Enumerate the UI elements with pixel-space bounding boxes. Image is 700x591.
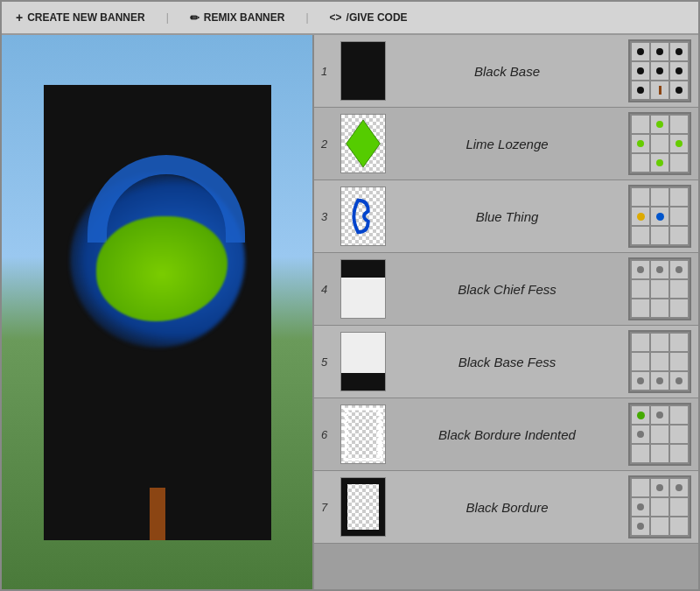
layer-name: Black Base Fess bbox=[393, 355, 621, 369]
give-code-button[interactable]: <> /GIVE CODE bbox=[326, 10, 411, 25]
layer-recipe bbox=[628, 112, 691, 175]
layer-thumbnail bbox=[340, 114, 386, 173]
layer-number: 6 bbox=[321, 428, 333, 441]
black-dye-icon bbox=[637, 48, 644, 55]
remix-banner-label: REMIX BANNER bbox=[204, 11, 285, 24]
recipe-cell bbox=[670, 498, 688, 516]
blue-thing-svg bbox=[341, 186, 385, 246]
plus-icon: + bbox=[16, 11, 23, 25]
chief-fess-thumb bbox=[341, 260, 385, 318]
lime-dye-icon bbox=[637, 140, 644, 147]
svg-marker-0 bbox=[346, 120, 380, 167]
grey-icon bbox=[676, 377, 682, 384]
grey-icon bbox=[676, 266, 682, 273]
layer-number: 7 bbox=[321, 501, 333, 514]
recipe-cell bbox=[651, 227, 668, 244]
black-dye-icon bbox=[637, 87, 644, 94]
recipe-cell bbox=[651, 517, 668, 535]
recipe-cell bbox=[651, 406, 668, 424]
recipe-cell bbox=[670, 154, 688, 172]
layer-name: Lime Lozenge bbox=[393, 137, 621, 151]
layer-recipe bbox=[628, 403, 691, 466]
pencil-icon: ✏ bbox=[190, 11, 200, 25]
black-dye-icon bbox=[656, 48, 663, 55]
recipe-cell bbox=[651, 426, 668, 443]
recipe-cell bbox=[670, 406, 688, 424]
grey-icon bbox=[637, 377, 644, 384]
banner-stick bbox=[150, 488, 165, 540]
recipe-cell bbox=[651, 353, 668, 370]
recipe-cell bbox=[651, 334, 668, 351]
recipe-cell bbox=[632, 43, 649, 60]
main-area: 1 Black Base bbox=[2, 35, 698, 589]
recipe-cell bbox=[670, 372, 688, 390]
recipe-cell bbox=[632, 261, 649, 278]
recipe-cell bbox=[632, 299, 649, 317]
recipe-cell bbox=[651, 81, 668, 99]
blue-dye-icon bbox=[656, 213, 664, 221]
recipe-cell bbox=[670, 517, 688, 535]
black-dye-icon bbox=[676, 87, 682, 94]
recipe-cell bbox=[670, 261, 688, 278]
recipe-cell bbox=[670, 479, 688, 496]
layer-recipe bbox=[628, 39, 691, 102]
recipe-cell bbox=[651, 498, 668, 516]
recipe-cell bbox=[651, 154, 668, 172]
recipe-cell bbox=[670, 445, 688, 462]
black-dye-icon bbox=[676, 67, 682, 74]
remix-banner-button[interactable]: ✏ REMIX BANNER bbox=[186, 10, 289, 26]
layer-number: 1 bbox=[321, 65, 333, 78]
layer-row[interactable]: 4 Black Chief Fess bbox=[314, 253, 698, 326]
layer-row[interactable]: 2 Lime Lozenge bbox=[314, 108, 698, 180]
layer-thumbnail bbox=[340, 477, 386, 537]
recipe-cell bbox=[632, 188, 649, 206]
grey-icon bbox=[656, 266, 663, 273]
recipe-cell bbox=[651, 208, 668, 225]
black-dye-icon bbox=[656, 67, 663, 74]
recipe-cell bbox=[670, 135, 688, 152]
yellow-dye-icon bbox=[637, 213, 645, 221]
recipe-cell bbox=[670, 188, 688, 206]
layer-number: 3 bbox=[321, 210, 333, 223]
grey-icon bbox=[637, 431, 644, 438]
layer-name: Black Bordure bbox=[393, 500, 621, 515]
grey-icon bbox=[637, 523, 644, 530]
recipe-cell bbox=[651, 43, 668, 60]
recipe-cell bbox=[670, 280, 688, 298]
grey-icon bbox=[637, 503, 644, 510]
layer-thumbnail bbox=[340, 332, 386, 391]
stick-icon bbox=[659, 86, 662, 95]
layer-row[interactable]: 7 Black Bordure bbox=[314, 471, 698, 544]
layers-panel[interactable]: 1 Black Base bbox=[312, 35, 698, 589]
layer-row[interactable]: 3 Blue Thing bbox=[314, 180, 698, 253]
recipe-cell bbox=[632, 116, 649, 133]
create-banner-button[interactable]: + CREATE NEW BANNER bbox=[12, 9, 149, 26]
layer-recipe bbox=[628, 257, 691, 320]
recipe-cell bbox=[651, 445, 668, 462]
banner-image bbox=[44, 85, 271, 540]
green-icon bbox=[637, 412, 645, 419]
recipe-cell bbox=[632, 334, 649, 351]
recipe-cell bbox=[651, 299, 668, 317]
recipe-cell bbox=[651, 62, 668, 80]
recipe-cell bbox=[632, 426, 649, 443]
recipe-cell bbox=[651, 479, 668, 496]
recipe-cell bbox=[670, 208, 688, 225]
recipe-cell bbox=[632, 135, 649, 152]
layer-name: Black Chief Fess bbox=[393, 282, 621, 297]
toolbar: + CREATE NEW BANNER | ✏ REMIX BANNER | <… bbox=[2, 2, 698, 35]
app-container: + CREATE NEW BANNER | ✏ REMIX BANNER | <… bbox=[0, 0, 700, 591]
layer-row[interactable]: 1 Black Base bbox=[314, 35, 698, 108]
recipe-cell bbox=[670, 116, 688, 133]
recipe-cell bbox=[651, 372, 668, 390]
recipe-cell bbox=[632, 479, 649, 496]
recipe-cell bbox=[651, 135, 668, 152]
recipe-cell bbox=[670, 227, 688, 244]
layer-thumbnail bbox=[340, 259, 386, 319]
lime-dye-icon bbox=[656, 159, 663, 166]
layer-row[interactable]: 6 Black Bordure Indented bbox=[314, 398, 698, 471]
layer-row[interactable]: 5 Black Base Fess bbox=[314, 326, 698, 398]
recipe-cell bbox=[632, 353, 649, 370]
recipe-cell bbox=[670, 43, 688, 60]
lime-dye-icon bbox=[676, 140, 682, 147]
